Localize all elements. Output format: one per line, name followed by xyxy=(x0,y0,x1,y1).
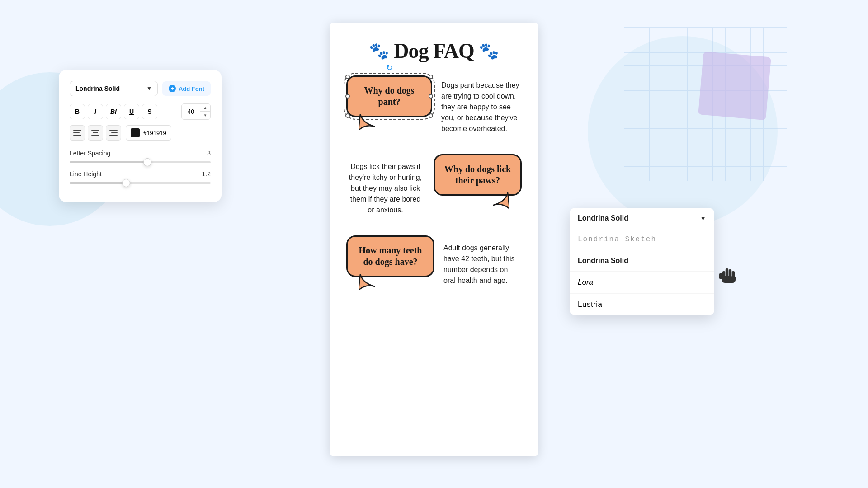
line-height-thumb[interactable] xyxy=(122,179,130,187)
bubble-tail-2 xyxy=(493,192,509,209)
letter-spacing-fill xyxy=(70,161,147,163)
faq-item-3: How many teeth do dogs have? Adult dogs … xyxy=(346,235,522,286)
align-row: #191919 xyxy=(70,125,211,141)
paw-left-icon: 🐾 xyxy=(369,42,389,61)
underline-button[interactable]: U xyxy=(124,104,139,119)
faq-bubble-1[interactable]: Why do dogs pant? xyxy=(346,75,432,117)
letter-spacing-section: Letter Spacing 3 xyxy=(70,150,211,163)
font-row: Londrina Solid ▼ + Add Font xyxy=(70,81,211,96)
faq-answer-2: Dogs lick their paws if they're itchy or… xyxy=(346,154,425,216)
faq-bubble-1-wrapper: ↻ Why do dogs pant? xyxy=(346,75,432,117)
rotate-handle[interactable]: ↻ xyxy=(386,63,393,73)
bold-button[interactable]: B xyxy=(70,104,85,119)
dropdown-item-londrina-sketch[interactable]: Londrina Sketch xyxy=(570,229,714,250)
font-option-solid-label: Londrina Solid xyxy=(578,257,628,264)
document-title: 🐾 Dog FAQ 🐾 xyxy=(346,39,522,63)
dropdown-item-londrina-solid[interactable]: Londrina Solid xyxy=(570,250,714,272)
dropdown-item-lora[interactable]: Lora xyxy=(570,272,714,294)
font-size-value: 40 xyxy=(182,104,200,119)
font-dropdown-panel: Londrina Solid ▼ Londrina Sketch Londrin… xyxy=(570,208,714,315)
add-font-button[interactable]: + Add Font xyxy=(162,81,211,96)
selection-handle-br[interactable] xyxy=(429,113,433,118)
faq-bubble-3-wrapper: How many teeth do dogs have? xyxy=(346,235,434,277)
align-center-icon xyxy=(91,130,99,136)
faq-bubble-3[interactable]: How many teeth do dogs have? xyxy=(346,235,434,277)
faq-question-2: Why do dogs lick their paws? xyxy=(444,164,511,186)
selection-handle-bl[interactable] xyxy=(345,113,350,118)
selection-handle-mr[interactable] xyxy=(429,94,433,99)
faq-bubble-2[interactable]: Why do dogs lick their paws? xyxy=(434,154,522,196)
selection-handle-ml[interactable] xyxy=(345,94,350,99)
align-center-button[interactable] xyxy=(88,125,103,141)
document: 🐾 Dog FAQ 🐾 ↻ Why do dogs pant? xyxy=(330,23,538,456)
plus-icon: + xyxy=(169,85,176,92)
bold-italic-button[interactable]: BI xyxy=(106,104,121,119)
dropdown-chevron-icon: ▼ xyxy=(700,215,706,222)
line-height-section: Line Height 1.2 xyxy=(70,170,211,184)
faq-item-1: ↻ Why do dogs pant? Dogs pant because th… xyxy=(346,75,522,134)
font-size-up-button[interactable]: ▲ xyxy=(200,104,210,112)
color-hex-label: #191919 xyxy=(143,130,166,136)
letter-spacing-label-row: Letter Spacing 3 xyxy=(70,150,211,157)
align-right-icon xyxy=(109,130,118,136)
faq-question-3: How many teeth do dogs have? xyxy=(357,245,424,267)
italic-button[interactable]: I xyxy=(88,104,103,119)
line-height-track[interactable] xyxy=(70,182,211,184)
faq-answer-1: Dogs pant because they are trying to coo… xyxy=(441,75,522,134)
hand-svg xyxy=(719,262,737,284)
document-title-text: Dog FAQ xyxy=(394,39,474,63)
dropdown-item-lustria[interactable]: Lustria xyxy=(570,294,714,315)
align-left-button[interactable] xyxy=(70,125,85,141)
color-box xyxy=(131,128,140,137)
strikethrough-button[interactable]: S xyxy=(142,104,157,119)
selection-handle-tr[interactable] xyxy=(429,75,433,79)
font-option-lora-label: Lora xyxy=(578,278,593,286)
bubble-tail-1 xyxy=(359,114,375,130)
svg-rect-4 xyxy=(719,273,722,279)
font-size-control: 40 ▲ ▼ xyxy=(181,103,211,120)
line-height-fill xyxy=(70,182,126,184)
font-name-label: Londrina Solid xyxy=(75,85,120,92)
paw-right-icon: 🐾 xyxy=(479,42,499,61)
faq-answer-3: Adult dogs generally have 42 teeth, but … xyxy=(443,235,522,286)
font-selector[interactable]: Londrina Solid ▼ xyxy=(70,81,158,96)
add-font-label: Add Font xyxy=(179,85,204,92)
faq-bubble-2-wrapper: Why do dogs lick their paws? xyxy=(434,154,522,196)
font-option-lustria-label: Lustria xyxy=(578,300,603,309)
line-height-label: Line Height xyxy=(70,170,102,178)
bubble-tail-3 xyxy=(359,274,375,290)
text-formatting-panel: Londrina Solid ▼ + Add Font B I BI U S 4… xyxy=(59,70,222,202)
dropdown-header[interactable]: Londrina Solid ▼ xyxy=(570,208,714,229)
bg-purple-rect xyxy=(698,52,771,121)
chevron-down-icon: ▼ xyxy=(146,85,152,92)
selection-handle-tl[interactable] xyxy=(345,75,350,79)
line-height-value: 1.2 xyxy=(202,170,211,178)
format-buttons-row: B I BI U S 40 ▲ ▼ xyxy=(70,103,211,120)
letter-spacing-thumb[interactable] xyxy=(143,158,151,166)
color-swatch[interactable]: #191919 xyxy=(126,125,171,141)
font-size-arrows: ▲ ▼ xyxy=(200,104,210,119)
faq-question-1: Why do dogs pant? xyxy=(357,85,422,108)
align-right-button[interactable] xyxy=(106,125,121,141)
align-left-icon xyxy=(73,130,81,136)
faq-item-2: Dogs lick their paws if they're itchy or… xyxy=(346,154,522,216)
canvas-area: 🐾 Dog FAQ 🐾 ↻ Why do dogs pant? xyxy=(321,9,547,479)
letter-spacing-label: Letter Spacing xyxy=(70,150,110,157)
line-height-label-row: Line Height 1.2 xyxy=(70,170,211,178)
font-size-down-button[interactable]: ▼ xyxy=(200,112,210,119)
letter-spacing-value: 3 xyxy=(207,150,211,157)
cursor-hand-icon xyxy=(719,262,737,287)
dropdown-selected-font: Londrina Solid xyxy=(578,214,628,222)
font-option-sketch-label: Londrina Sketch xyxy=(578,235,656,244)
letter-spacing-track[interactable] xyxy=(70,161,211,163)
